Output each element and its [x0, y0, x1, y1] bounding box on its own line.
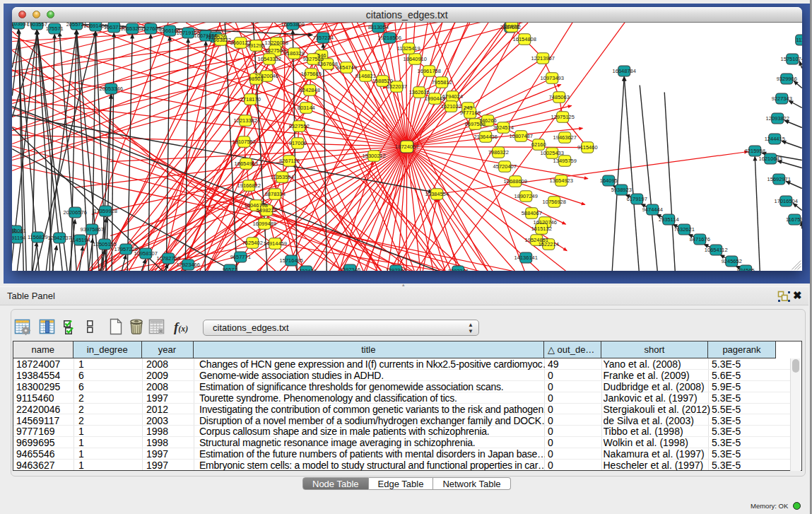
svg-text:8186328: 8186328 — [284, 50, 305, 57]
svg-text:9227343: 9227343 — [772, 95, 792, 102]
svg-text:26876: 26876 — [505, 23, 519, 30]
svg-text:16782759: 16782759 — [157, 255, 180, 262]
svg-text:5938923: 5938923 — [611, 187, 632, 193]
svg-text:6179197: 6179197 — [627, 196, 647, 202]
svg-text:18640910: 18640910 — [404, 56, 427, 62]
svg-text:7625402: 7625402 — [242, 240, 263, 246]
svg-text:391194: 391194 — [12, 235, 25, 241]
svg-text:19218506: 19218506 — [378, 35, 401, 41]
svg-text:20206576: 20206576 — [64, 209, 87, 216]
svg-text:7986322: 7986322 — [488, 149, 509, 156]
svg-text:16648784: 16648784 — [613, 68, 636, 74]
svg-text:1145194: 1145194 — [70, 237, 90, 243]
svg-text:9777169: 9777169 — [460, 110, 481, 116]
svg-text:2827509: 2827509 — [265, 47, 286, 54]
svg-text:16654963: 16654963 — [235, 160, 258, 167]
svg-text:1522214: 1522214 — [539, 241, 559, 247]
svg-text:8471676: 8471676 — [690, 236, 710, 243]
svg-text:18724007: 18724007 — [395, 144, 418, 150]
svg-text:11325419: 11325419 — [397, 45, 420, 52]
svg-text:3024514: 3024514 — [493, 124, 514, 131]
svg-text:9115460: 9115460 — [577, 144, 598, 151]
svg-text:10025433: 10025433 — [541, 150, 564, 156]
svg-text:12505135: 12505135 — [93, 241, 117, 247]
svg-text:8327552: 8327552 — [289, 123, 310, 129]
svg-text:10756928: 10756928 — [543, 199, 566, 205]
svg-text:924565: 924565 — [737, 267, 755, 271]
svg-text:17359928: 17359928 — [94, 208, 117, 214]
svg-text:45720407: 45720407 — [493, 163, 517, 170]
svg-text:1592346: 1592346 — [340, 267, 360, 271]
svg-text:2935114: 2935114 — [659, 216, 679, 223]
svg-text:13226058: 13226058 — [265, 40, 288, 46]
svg-text:9245652: 9245652 — [722, 258, 742, 264]
svg-text:12213967: 12213967 — [531, 55, 555, 62]
svg-text:19463627: 19463627 — [553, 134, 577, 141]
svg-text:1244415: 1244415 — [765, 136, 785, 142]
svg-text:1117: 1117 — [796, 37, 801, 43]
svg-text:15692971: 15692971 — [767, 176, 791, 182]
svg-text:8878334: 8878334 — [265, 191, 286, 197]
svg-text:116753: 116753 — [786, 216, 801, 223]
svg-text:16154808: 16154808 — [513, 36, 536, 42]
svg-text:18907249: 18907249 — [514, 193, 538, 199]
svg-text:1615132: 1615132 — [531, 226, 552, 232]
svg-text:1675685: 1675685 — [301, 71, 322, 77]
svg-text:16961758: 16961758 — [418, 68, 441, 74]
svg-text:1621022: 1621022 — [441, 103, 461, 110]
svg-text:16120746: 16120746 — [534, 219, 557, 226]
svg-text:16053809: 16053809 — [281, 23, 305, 28]
svg-text:10654112: 10654112 — [705, 247, 728, 253]
svg-text:175571: 175571 — [46, 25, 64, 32]
svg-text:2718170: 2718170 — [240, 96, 261, 103]
svg-text:1292346: 1292346 — [386, 267, 406, 271]
svg-text:12213382: 12213382 — [234, 117, 257, 124]
svg-text:1362635: 1362635 — [409, 89, 430, 95]
svg-text:16543332: 16543332 — [258, 56, 281, 62]
svg-text:6322037: 6322037 — [387, 83, 407, 90]
svg-text:15300212: 15300212 — [363, 153, 386, 159]
svg-text:9657771: 9657771 — [230, 254, 251, 260]
svg-text:19166822: 19166822 — [237, 182, 261, 189]
svg-text:7632621: 7632621 — [674, 226, 695, 233]
svg-text:8242848: 8242848 — [300, 87, 320, 93]
svg-text:12923466: 12923466 — [177, 262, 200, 268]
svg-text:98903: 98903 — [249, 76, 264, 82]
svg-text:6794024: 6794024 — [442, 93, 463, 100]
svg-text:1156829: 1156829 — [28, 234, 48, 240]
svg-text:1733426: 1733426 — [296, 268, 317, 271]
svg-text:917006: 917006 — [289, 140, 307, 146]
svg-text:12093822: 12093822 — [766, 115, 789, 122]
svg-text:9329966: 9329966 — [777, 76, 797, 82]
svg-text:891295: 891295 — [247, 42, 265, 49]
svg-text:4835061: 4835061 — [12, 228, 26, 234]
svg-text:12975125: 12975125 — [551, 114, 575, 120]
svg-text:62160: 62160 — [531, 141, 546, 148]
svg-text:96577: 96577 — [223, 267, 237, 271]
svg-text:17016504: 17016504 — [775, 198, 798, 204]
svg-text:7357224: 7357224 — [313, 35, 334, 41]
svg-text:10958107: 10958107 — [134, 250, 158, 257]
svg-text:14914459: 14914459 — [264, 240, 287, 247]
svg-text:93975867: 93975867 — [81, 226, 104, 233]
svg-text:7955812: 7955812 — [432, 79, 452, 86]
svg-text:1282346: 1282346 — [448, 268, 469, 271]
svg-text:9474444: 9474444 — [642, 206, 663, 213]
svg-text:13495759: 13495759 — [553, 158, 577, 164]
svg-text:5498222: 5498222 — [257, 207, 277, 214]
svg-text:7485063: 7485063 — [549, 94, 570, 100]
svg-text:8267110: 8267110 — [279, 158, 300, 164]
svg-text:5884067: 5884067 — [522, 210, 542, 216]
svg-text:8215958: 8215958 — [745, 148, 765, 154]
svg-text:19384554: 19384554 — [425, 191, 449, 197]
svg-text:1903557: 1903557 — [27, 23, 47, 28]
svg-text:10973493: 10973493 — [541, 75, 564, 81]
svg-text:10688609: 10688609 — [504, 178, 527, 185]
svg-text:803144: 803144 — [298, 105, 315, 111]
svg-text:7663822: 7663822 — [211, 37, 231, 43]
svg-text:12942737: 12942737 — [48, 235, 71, 241]
svg-text:1527602: 1527602 — [141, 25, 161, 32]
svg-text:8454749: 8454749 — [336, 64, 357, 71]
svg-text:15716485: 15716485 — [280, 257, 303, 264]
svg-text:16099489: 16099489 — [253, 221, 276, 227]
